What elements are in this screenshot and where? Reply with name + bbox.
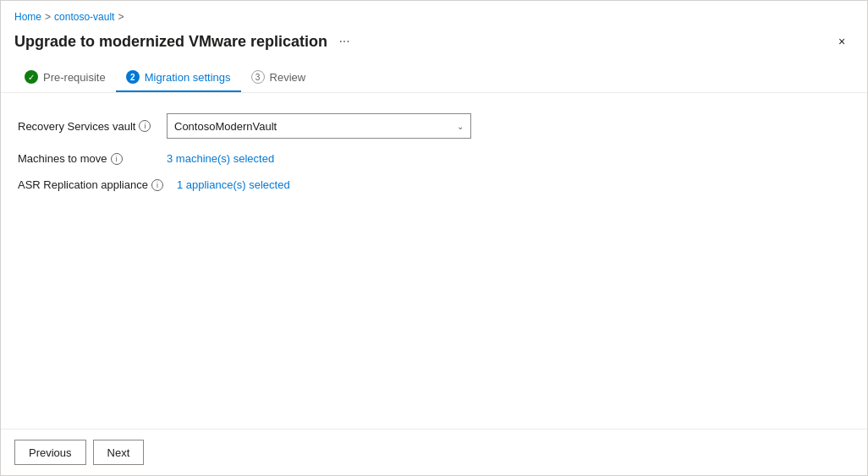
tab-prereq[interactable]: ✓ Pre-requisite (14, 63, 116, 92)
vault-dropdown[interactable]: ContosoModernVault ⌄ (167, 113, 471, 139)
tabs-row: ✓ Pre-requisite 2 Migration settings 3 R… (14, 63, 854, 92)
vault-label: Recovery Services vault i (18, 120, 153, 133)
modal-title: Upgrade to modernized VMware replication (14, 33, 327, 51)
appliance-control: 1 appliance(s) selected (177, 178, 610, 191)
appliance-link[interactable]: 1 appliance(s) selected (177, 178, 290, 191)
breadcrumb-vault[interactable]: contoso-vault (54, 11, 114, 23)
modal-container: Home > contoso-vault > Upgrade to modern… (0, 0, 868, 476)
title-inner: Upgrade to modernized VMware replication… (14, 31, 354, 52)
modal-body: Recovery Services vault i ContosoModernV… (1, 93, 867, 429)
tab-migration-label: Migration settings (145, 71, 231, 84)
previous-button[interactable]: Previous (14, 440, 86, 465)
ellipsis-button[interactable]: ··· (334, 31, 354, 52)
machines-info-icon[interactable]: i (111, 153, 123, 165)
modal-footer: Previous Next (1, 429, 867, 475)
machines-control: 3 machine(s) selected (167, 152, 610, 165)
appliance-label: ASR Replication appliance i (18, 178, 163, 191)
form-section: Recovery Services vault i ContosoModernV… (18, 113, 610, 191)
next-button[interactable]: Next (93, 440, 145, 465)
modal-header: Home > contoso-vault > Upgrade to modern… (1, 1, 867, 93)
title-row: Upgrade to modernized VMware replication… (14, 30, 854, 53)
form-row-vault: Recovery Services vault i ContosoModernV… (18, 113, 610, 139)
breadcrumb: Home > contoso-vault > (14, 11, 854, 23)
vault-chevron-icon: ⌄ (457, 122, 464, 131)
tab-prereq-label: Pre-requisite (43, 71, 106, 84)
tab-migration-icon: 2 (126, 70, 140, 84)
form-row-appliance: ASR Replication appliance i 1 appliance(… (18, 178, 610, 191)
form-row-machines: Machines to move i 3 machine(s) selected (18, 152, 610, 165)
vault-info-icon[interactable]: i (139, 120, 151, 132)
machines-link[interactable]: 3 machine(s) selected (167, 152, 274, 165)
breadcrumb-sep2: > (118, 11, 124, 23)
tab-review-label: Review (270, 71, 306, 84)
breadcrumb-home[interactable]: Home (14, 11, 41, 23)
vault-control: ContosoModernVault ⌄ (167, 113, 610, 139)
machines-label: Machines to move i (18, 152, 153, 165)
appliance-info-icon[interactable]: i (151, 179, 163, 191)
tab-prereq-icon: ✓ (25, 70, 38, 84)
tab-review-icon: 3 (251, 70, 265, 84)
breadcrumb-sep1: > (45, 11, 51, 23)
tab-review[interactable]: 3 Review (241, 63, 316, 92)
close-button[interactable]: × (830, 30, 854, 53)
tab-migration[interactable]: 2 Migration settings (116, 63, 241, 92)
vault-dropdown-value: ContosoModernVault (174, 120, 277, 133)
